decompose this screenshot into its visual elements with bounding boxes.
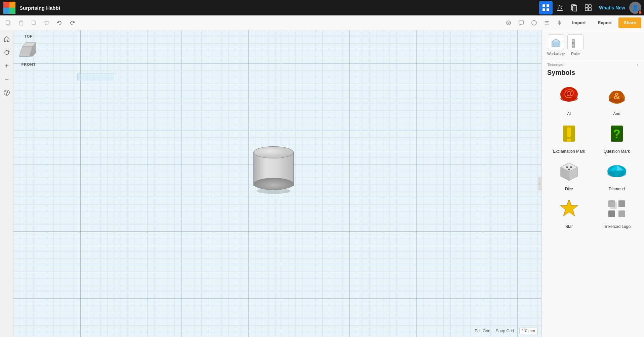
svg-rect-11	[589, 8, 591, 11]
mirror-button[interactable]	[554, 17, 565, 29]
rotate-tool-button[interactable]	[1, 47, 12, 58]
shape-and[interactable]: & And	[595, 83, 639, 116]
shape-star-icon	[556, 195, 582, 222]
shape-diamond-icon	[603, 158, 630, 185]
help-tool-button[interactable]	[1, 87, 12, 98]
svg-rect-0	[542, 4, 545, 7]
project-name[interactable]: Surprising Habbi	[18, 5, 60, 11]
shape-star-label: Star	[565, 224, 573, 229]
undo-button[interactable]	[54, 17, 65, 29]
shape-exclamation-label: Exclamation Mark	[553, 149, 585, 154]
paste-button[interactable]	[15, 17, 27, 29]
avatar-notification-badge	[638, 10, 642, 14]
zoom-in-button[interactable]	[1, 60, 12, 71]
svg-rect-79	[610, 202, 617, 209]
viewport-bottom-bar: Edit Grid Snap Grid 1.0 mm	[475, 328, 537, 334]
shape-at-icon: @	[556, 83, 582, 109]
zoom-out-button[interactable]	[1, 74, 12, 85]
svg-rect-2	[542, 8, 545, 11]
logo-cell-red	[3, 2, 9, 8]
pin-button[interactable]	[503, 17, 514, 29]
svg-rect-3	[547, 8, 549, 11]
settings-button[interactable]	[581, 1, 595, 14]
panel-tools-row: Workplane Ruler	[542, 30, 644, 60]
svg-point-68	[568, 169, 570, 171]
shape-and-label: And	[613, 111, 620, 116]
shape-question-label: Question Mark	[604, 149, 630, 154]
svg-point-17	[507, 21, 511, 25]
toolbar: Import Export Share	[0, 15, 644, 30]
svg-point-67	[570, 166, 572, 168]
shapes-grid: @ At & And	[542, 80, 644, 232]
panel-dropdown-arrow[interactable]: ›	[637, 62, 639, 67]
user-avatar[interactable]: 👤	[629, 2, 641, 14]
svg-rect-78	[618, 210, 625, 217]
workplane-icon	[548, 34, 564, 50]
view-top-label: TOP	[17, 34, 40, 38]
cylinder-object[interactable]	[253, 146, 294, 190]
copy-button[interactable]	[3, 17, 14, 29]
nav-right-tools: What's New 👤	[539, 1, 644, 14]
panel-collapse-handle[interactable]: ›	[538, 177, 542, 190]
align-button[interactable]	[541, 17, 553, 29]
cylinder-bottom	[253, 178, 294, 190]
main-area: TOP FRONT	[0, 30, 644, 337]
shape-at[interactable]: @ At	[547, 83, 591, 116]
delete-button[interactable]	[41, 17, 52, 29]
shape-tinkercad-logo[interactable]: Tinkercad Logo	[595, 195, 639, 229]
svg-point-66	[566, 166, 568, 168]
edit-grid-button[interactable]: Edit Grid	[475, 329, 490, 333]
shape-and-icon: &	[603, 83, 630, 109]
whats-new-button[interactable]: What's New	[596, 5, 629, 10]
svg-rect-77	[608, 210, 615, 217]
shape-diamond-label: Diamond	[609, 187, 625, 191]
shape-dice-label: Dice	[565, 187, 573, 191]
logo-cell-orange	[9, 2, 15, 8]
svg-rect-76	[618, 200, 625, 207]
speech-bubble-button[interactable]	[516, 17, 527, 29]
ruler-tool[interactable]: Ruler	[567, 34, 583, 56]
shape-diamond[interactable]: Diamond	[595, 158, 639, 191]
build-button[interactable]	[553, 1, 567, 14]
svg-rect-9	[589, 5, 591, 7]
import-button[interactable]: Import	[567, 17, 591, 28]
svg-rect-13	[6, 20, 9, 25]
3d-view-button[interactable]	[539, 1, 553, 14]
shape-dice[interactable]: Dice	[547, 158, 591, 191]
logo-area: Surprising Habbi	[0, 2, 64, 14]
export-button[interactable]: Export	[593, 17, 617, 28]
svg-text:?: ?	[613, 127, 620, 141]
right-panel: › Workplane	[541, 30, 644, 337]
logo-cell-green	[9, 8, 15, 14]
duplicate-button[interactable]	[28, 17, 40, 29]
svg-rect-10	[585, 8, 588, 11]
tinkercad-logo[interactable]	[3, 2, 15, 14]
shape-at-label: At	[567, 111, 571, 116]
svg-rect-19	[519, 21, 524, 24]
left-toolbar	[0, 30, 13, 337]
snap-grid-value[interactable]: 1.0 mm	[519, 328, 537, 334]
viewport[interactable]: TOP FRONT	[13, 30, 541, 337]
svg-point-28	[6, 94, 7, 95]
workplane-label: Workplane	[547, 52, 565, 56]
share-button[interactable]: Share	[618, 17, 641, 28]
redo-button[interactable]	[67, 17, 78, 29]
top-navigation: Surprising Habbi	[0, 0, 644, 15]
view-cube-svg[interactable]	[17, 40, 38, 60]
shape-tinkercad-logo-icon	[603, 195, 630, 222]
svg-rect-58	[567, 139, 571, 142]
view-cube[interactable]: TOP FRONT	[17, 34, 40, 71]
shape-exclamation[interactable]: Exclamation Mark	[547, 120, 591, 154]
svg-point-18	[508, 22, 509, 23]
shape-star[interactable]: Star	[547, 195, 591, 229]
home-tool-button[interactable]	[1, 34, 12, 44]
svg-rect-6	[573, 6, 577, 11]
ruler-icon	[567, 34, 583, 50]
shape-question[interactable]: ? Question Mark	[595, 120, 639, 154]
svg-rect-8	[585, 5, 588, 7]
shape-button[interactable]	[528, 17, 540, 29]
workplane-tool[interactable]: Workplane	[547, 34, 565, 56]
shape-question-icon: ?	[603, 120, 630, 147]
files-button[interactable]	[567, 1, 581, 14]
svg-rect-14	[19, 21, 23, 25]
